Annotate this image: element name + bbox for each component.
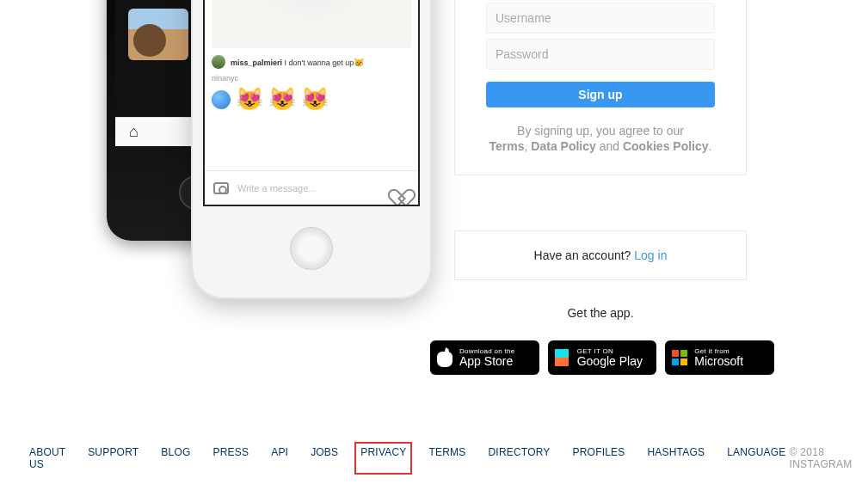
footer: ABOUT USSUPPORTBLOGPRESSAPIJOBSPRIVACYTE…: [0, 444, 868, 472]
footer-link-about-us[interactable]: ABOUT US: [26, 444, 69, 472]
footer-link-press[interactable]: PRESS: [209, 444, 252, 472]
post-caption: miss_palmieri I don't wanna get up😿: [212, 55, 411, 69]
terms-text: By signing up, you agree to our Terms, D…: [486, 123, 715, 154]
message-input: [237, 183, 385, 193]
app-badges: Download on the App Store GET IT ON Goog…: [430, 340, 774, 375]
footer-link-jobs[interactable]: JOBS: [307, 444, 342, 472]
footer-link-hashtags[interactable]: HASHTAGS: [643, 444, 708, 472]
footer-links: ABOUT USSUPPORTBLOGPRESSAPIJOBSPRIVACYTE…: [26, 444, 790, 472]
login-prompt: Have an account?: [534, 248, 635, 262]
footer-link-blog[interactable]: BLOG: [157, 444, 194, 472]
avatar-icon: [212, 55, 225, 69]
home-icon: ⌂: [129, 123, 139, 141]
footer-link-directory[interactable]: DIRECTORY: [484, 444, 553, 472]
password-field[interactable]: [486, 39, 715, 70]
footer-link-api[interactable]: API: [268, 444, 292, 472]
login-link[interactable]: Log in: [634, 248, 667, 262]
get-app-label: Get the app.: [454, 306, 747, 320]
reply-block: ninanyc 😻 😻 😻: [212, 74, 329, 113]
heart-eyes-cat-icon: 😻: [268, 86, 296, 113]
footer-link-support[interactable]: SUPPORT: [84, 444, 142, 472]
login-panel: Have an account? Log in: [454, 230, 747, 280]
username-input[interactable]: [496, 11, 705, 25]
microsoft-icon: [672, 350, 687, 365]
post-image: [212, 0, 411, 48]
avatar-icon: [212, 90, 231, 109]
phone-front: catnap miss_palmieri miss_palmieri I don…: [191, 0, 432, 299]
camera-icon: [213, 182, 229, 194]
terms-link[interactable]: Terms: [489, 139, 525, 153]
copyright: © 2018 INSTAGRAM: [790, 446, 853, 470]
data-policy-link[interactable]: Data Policy: [531, 139, 595, 153]
password-input[interactable]: [496, 47, 705, 61]
heart-icon: [394, 181, 409, 195]
story-thumb: [128, 9, 188, 60]
heart-eyes-cat-icon: 😻: [301, 86, 329, 113]
message-bar: [205, 170, 418, 205]
apple-icon: [437, 348, 452, 367]
footer-link-privacy[interactable]: PRIVACY: [357, 444, 409, 472]
footer-link-language[interactable]: LANGUAGE: [723, 444, 789, 472]
signup-button[interactable]: Sign up: [486, 82, 715, 107]
heart-eyes-cat-icon: 😻: [236, 86, 263, 113]
appstore-badge[interactable]: Download on the App Store: [430, 340, 539, 375]
google-play-icon: [555, 349, 569, 366]
footer-link-profiles[interactable]: PROFILES: [569, 444, 629, 472]
microsoft-badge[interactable]: Get it from Microsoft: [665, 340, 774, 375]
username-field[interactable]: [486, 3, 715, 34]
googleplay-badge[interactable]: GET IT ON Google Play: [548, 340, 657, 375]
cookies-policy-link[interactable]: Cookies Policy: [623, 139, 709, 153]
home-button: [290, 227, 333, 270]
hero-phones: ⌂ ◯ catnap miss_palmieri miss_palmieri I…: [86, 0, 447, 335]
footer-link-terms[interactable]: TERMS: [425, 444, 469, 472]
signup-panel: Sign up By signing up, you agree to our …: [454, 0, 747, 175]
reply-username: ninanyc: [212, 74, 329, 83]
